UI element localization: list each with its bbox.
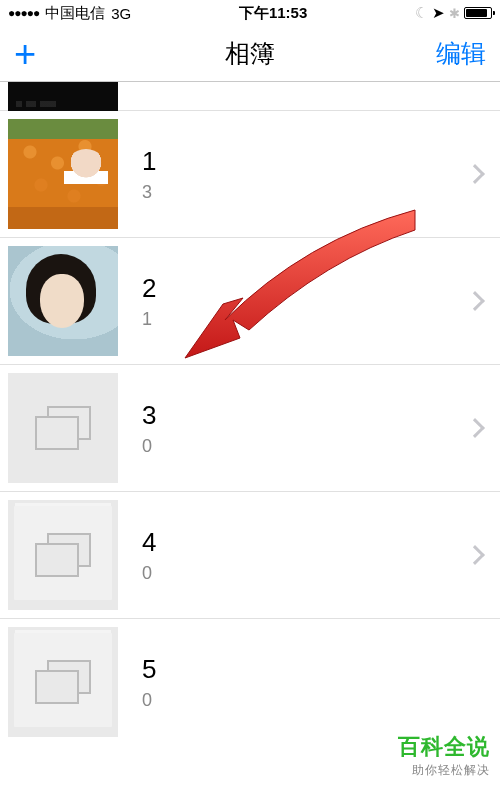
album-info: 5 0 [118, 653, 500, 711]
nav-left: + [14, 35, 36, 73]
empty-stack-icon [35, 533, 91, 577]
album-thumbnail-empty [8, 500, 118, 610]
album-info: 2 1 [118, 272, 468, 330]
chevron-right-icon [465, 545, 485, 565]
chevron-right-icon [465, 164, 485, 184]
album-info: 1 3 [118, 145, 468, 203]
add-album-button[interactable]: + [14, 33, 36, 75]
album-row[interactable]: 3 0 [0, 365, 500, 492]
watermark-subtitle: 助你轻松解决 [398, 762, 490, 779]
album-count: 0 [142, 690, 500, 711]
album-thumbnail [8, 246, 118, 356]
watermark-title: 百科全说 [398, 732, 490, 762]
album-info: 4 0 [118, 526, 468, 584]
album-row-partial[interactable] [0, 82, 500, 111]
status-right: ☾ ➤ ✱ [415, 4, 492, 22]
chevron-right-icon [465, 418, 485, 438]
dnd-moon-icon: ☾ [415, 4, 428, 22]
album-row[interactable]: 5 0 [0, 619, 500, 745]
location-icon: ➤ [432, 4, 445, 22]
album-count: 3 [142, 182, 468, 203]
album-list: 1 3 2 1 3 0 4 0 [0, 82, 500, 745]
status-left: ●●●●● 中国电信 3G [8, 4, 131, 23]
album-thumbnail-empty [8, 373, 118, 483]
album-thumbnail [8, 119, 118, 229]
network-label: 3G [111, 5, 131, 22]
empty-stack-icon [35, 660, 91, 704]
album-name: 5 [142, 653, 500, 687]
album-row[interactable]: 4 0 [0, 492, 500, 619]
album-count: 0 [142, 563, 468, 584]
carrier-label: 中国电信 [45, 4, 105, 23]
edit-button[interactable]: 编辑 [436, 37, 486, 70]
watermark: 百科全说 助你轻松解决 [398, 732, 490, 779]
album-count: 0 [142, 436, 468, 457]
bluetooth-icon: ✱ [449, 6, 460, 21]
album-name: 1 [142, 145, 468, 179]
album-name: 2 [142, 272, 468, 306]
album-info: 3 0 [118, 399, 468, 457]
album-row[interactable]: 2 1 [0, 238, 500, 365]
album-row[interactable]: 1 3 [0, 111, 500, 238]
chevron-right-icon [465, 291, 485, 311]
status-bar: ●●●●● 中国电信 3G 下午11:53 ☾ ➤ ✱ [0, 0, 500, 26]
battery-icon [464, 7, 492, 19]
nav-title: 相簿 [0, 37, 500, 70]
empty-stack-icon [35, 406, 91, 450]
album-thumbnail-empty [8, 627, 118, 737]
nav-bar: + 相簿 编辑 [0, 26, 500, 82]
album-name: 4 [142, 526, 468, 560]
album-name: 3 [142, 399, 468, 433]
album-thumbnail [8, 82, 118, 111]
status-time: 下午11:53 [131, 4, 415, 23]
signal-dots-icon: ●●●●● [8, 6, 39, 20]
album-count: 1 [142, 309, 468, 330]
